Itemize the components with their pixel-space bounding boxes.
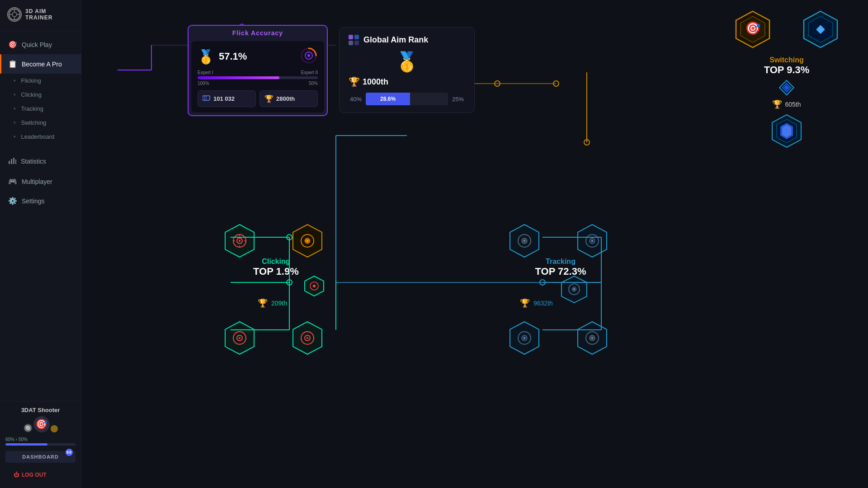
- switching-rank: 🏆 605th: [772, 99, 801, 109]
- power-icon: ⏻: [14, 472, 19, 478]
- sidebar-item-statistics[interactable]: Statistics: [0, 151, 81, 172]
- svg-point-96: [524, 337, 525, 339]
- subnav-leaderboard[interactable]: Leaderboard: [0, 130, 81, 144]
- global-rank-medal: 🥇: [349, 51, 465, 73]
- svg-point-29: [540, 280, 545, 285]
- sidebar-item-settings[interactable]: ⚙️ Settings: [0, 191, 81, 211]
- flick-accuracy-title: Flick Accuracy: [189, 26, 327, 38]
- bar-left-pct: 40%: [349, 96, 363, 103]
- rank-from: Expert I: [198, 70, 213, 75]
- rank-bar-fill: 28.6%: [366, 93, 410, 105]
- subnav-clicking[interactable]: Clicking: [0, 88, 81, 102]
- sidebar-item-quickplay[interactable]: 🎯 Quick Play: [0, 35, 81, 54]
- username: 3DAT Shooter: [21, 407, 60, 413]
- clicking-center-hex: [303, 275, 326, 299]
- progress-right-pct: 50%: [309, 81, 318, 86]
- multiplayer-label: Multiplayer: [22, 178, 52, 185]
- xp-fill: [5, 443, 47, 446]
- svg-point-84: [524, 240, 525, 242]
- user-avatars: 🔘 🎯: [24, 416, 58, 432]
- svg-point-1: [12, 12, 17, 17]
- score-icon: [203, 95, 211, 103]
- sidebar-navigation: 🎯 Quick Play 📋 Become A Pro Flicking Cli…: [0, 31, 81, 401]
- logout-label: LOG OUT: [22, 472, 47, 478]
- sidebar-item-becomeapro[interactable]: 📋 Become A Pro: [0, 54, 81, 74]
- flick-stats-row: 🥇 57.1%: [198, 47, 318, 66]
- main-content: PLAY Flicking Flick Accuracy 🥇 57.1%: [81, 0, 868, 488]
- svg-rect-8: [13, 158, 14, 164]
- subnav-flicking[interactable]: Flicking: [0, 74, 81, 88]
- clicking-info: Clicking TOP 1.9%: [253, 258, 299, 277]
- svg-point-41: [307, 54, 310, 57]
- tracking-center-hex: [560, 275, 589, 306]
- tracking-hex-bottomleft: [506, 320, 542, 358]
- sub-navigation: Flicking Clicking Tracking Switching Lea…: [0, 74, 81, 147]
- svg-point-80: [307, 337, 308, 339]
- svg-point-76: [239, 337, 241, 339]
- dashboard-button[interactable]: DASHBOARD 99: [5, 451, 75, 463]
- sidebar-user-section: 3DAT Shooter 🔘 🎯 60% › 50% DASHBOARD 99 …: [0, 401, 81, 488]
- svg-rect-6: [9, 161, 10, 164]
- flick-accuracy-card: 🥇 57.1% Expert I Expert II: [191, 41, 324, 113]
- medal-icon: 🥇: [395, 51, 419, 73]
- tracking-subnav-label: Tracking: [21, 105, 43, 112]
- app-title: 3D AIM TRAINER: [25, 8, 74, 21]
- rank-value: 2800th: [276, 95, 295, 102]
- switching-section: 🎯 ◆ Switching TOP 9.3% 🏆: [732, 9, 841, 151]
- clicking-top-pct: TOP 1.9%: [253, 266, 299, 277]
- flick-progress-bar: [198, 76, 318, 79]
- rank-to: Expert II: [301, 70, 318, 75]
- svg-point-92: [573, 288, 575, 290]
- switching-hex-left: 🎯: [732, 9, 773, 52]
- clicking-label: Clicking: [253, 258, 299, 266]
- flick-medal-icon: 🥇: [198, 49, 214, 65]
- switching-hex-bottom: [769, 113, 805, 151]
- subnav-switching[interactable]: Switching: [0, 116, 81, 130]
- logo-icon: [7, 7, 22, 22]
- clicking-subnav-label: Clicking: [21, 91, 42, 98]
- svg-point-33: [553, 81, 559, 86]
- switching-top-pct: TOP 9.3%: [764, 64, 810, 76]
- flick-percent: 57.1%: [219, 51, 247, 62]
- svg-point-72: [313, 285, 316, 287]
- svg-point-65: [239, 240, 241, 242]
- flicking-subnav-label: Flicking: [21, 77, 41, 84]
- sidebar-item-multiplayer[interactable]: 🎮 Multiplayer: [0, 172, 81, 191]
- global-rank-card: Global Aim Rank 🥇 🏆 1000th 40% 28.6% 25%: [339, 27, 475, 113]
- becomeapro-label: Become A Pro: [22, 61, 62, 68]
- user-info: 3DAT Shooter 🔘 🎯 60% › 50% DASHBOARD 99: [5, 407, 75, 467]
- avatar-main: 🎯: [33, 416, 50, 432]
- progress-percentages: 100% 50%: [198, 81, 318, 86]
- logout-button[interactable]: ⏻ LOG OUT: [5, 467, 75, 483]
- svg-rect-9: [15, 160, 16, 164]
- bar-center-pct: 28.6%: [380, 96, 396, 102]
- svg-text:◆: ◆: [816, 22, 825, 35]
- svg-point-88: [591, 240, 593, 242]
- svg-point-100: [591, 337, 593, 339]
- svg-rect-7: [11, 159, 12, 164]
- switching-subnav-label: Switching: [21, 119, 47, 126]
- subnav-tracking[interactable]: Tracking: [0, 102, 81, 116]
- bar-right-pct: 25%: [451, 96, 465, 103]
- settings-icon: ⚙️: [8, 197, 17, 205]
- app-logo: 3D AIM TRAINER: [0, 0, 81, 31]
- settings-label: Settings: [22, 197, 45, 205]
- notification-badge: 99: [66, 449, 73, 456]
- score-pill: 101 032: [198, 90, 256, 107]
- rank-progress-bar: 28.6%: [366, 93, 448, 105]
- flick-progress-fill: [198, 76, 279, 79]
- rank-position: 🏆 1000th: [349, 76, 465, 87]
- tracking-hex-bottomright: [574, 320, 610, 358]
- flick-bottom-stats: 101 032 🏆 2800th: [198, 90, 318, 107]
- tracking-rank-value: 9632th: [533, 300, 553, 307]
- statistics-icon: [8, 156, 16, 166]
- xp-bar-container: 60% › 50%: [5, 437, 75, 446]
- progress-labels: Expert I Expert II: [198, 70, 318, 75]
- becomeapro-icon: 📋: [8, 60, 17, 68]
- avatar-small-right: [51, 425, 58, 432]
- clicking-rank: 🏆 209th: [258, 298, 287, 308]
- clicking-hex-topleft: [222, 223, 258, 261]
- clicking-hex-bottomleft: [222, 320, 258, 358]
- avatar-small-left: 🔘: [24, 423, 33, 432]
- tracking-hex-topright: [574, 223, 610, 261]
